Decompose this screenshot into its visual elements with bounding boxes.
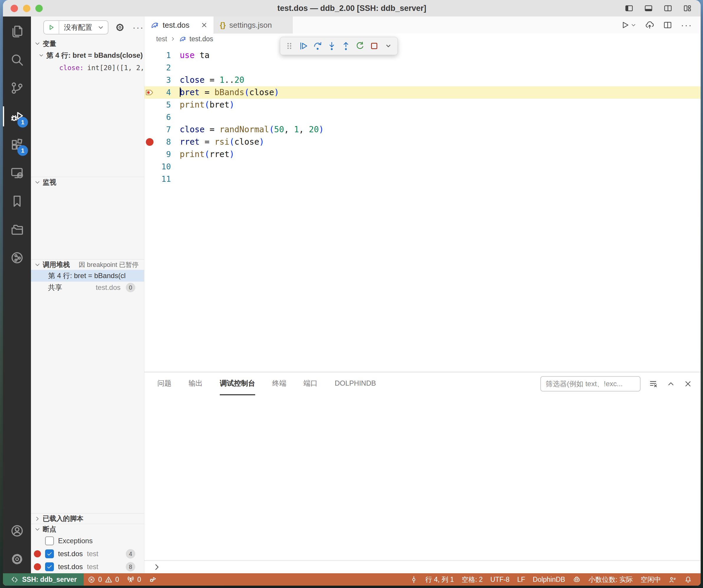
settings-gear-icon[interactable] <box>3 545 31 573</box>
search-icon[interactable] <box>3 46 31 74</box>
chevron-down-icon[interactable] <box>383 40 393 52</box>
debug-console-input[interactable] <box>144 560 701 573</box>
launch-config-dropdown[interactable]: 没有配置 <box>43 20 108 34</box>
bookmarks-icon[interactable] <box>3 187 31 215</box>
tab-problems[interactable]: 问题 <box>157 372 171 395</box>
gutter-space[interactable] <box>144 49 155 62</box>
variable-row[interactable]: close: int[20]([1, 2, … <box>31 62 144 74</box>
stack-frame-row[interactable]: 第 4 行: bret = bBands(cl <box>31 270 144 282</box>
stop-icon[interactable] <box>369 40 379 52</box>
step-out-icon[interactable] <box>341 40 351 52</box>
accounts-icon[interactable] <box>3 517 31 545</box>
close-panel-icon[interactable] <box>684 380 692 388</box>
code-line[interactable]: 8rret = rsi(close) <box>144 136 701 148</box>
watch-section-header[interactable]: 监视 <box>31 177 144 187</box>
close-tab-icon[interactable] <box>201 21 208 28</box>
loaded-scripts-section-header[interactable]: 已载入的脚本 <box>31 513 144 524</box>
tab-dolphindb[interactable]: DOLPHINDB <box>335 372 376 395</box>
problems-status[interactable]: 0 0 <box>84 576 123 584</box>
continue-icon[interactable] <box>299 40 309 52</box>
configure-gear-icon[interactable] <box>115 22 125 32</box>
tab-settings-json[interactable]: {} settings.json <box>214 16 293 33</box>
stack-session-row[interactable]: 共享 test.dos 0 <box>31 282 144 293</box>
notifications-bell-icon[interactable] <box>680 576 696 584</box>
gutter-space[interactable] <box>144 111 155 123</box>
restart-icon[interactable] <box>355 40 365 52</box>
gutter-space[interactable] <box>144 148 155 161</box>
remote-explorer-icon[interactable] <box>3 159 31 187</box>
tab-debug-console[interactable]: 调试控制台 <box>220 372 255 395</box>
minimize-window-button[interactable] <box>23 5 30 12</box>
code-line[interactable]: 3close = 1..20 <box>144 74 701 86</box>
indentation[interactable]: 空格: 2 <box>458 575 487 584</box>
clear-console-icon[interactable] <box>649 379 658 389</box>
console-filter-input[interactable] <box>540 376 640 392</box>
gutter-space[interactable] <box>144 123 155 136</box>
language-mode[interactable]: DolphinDB <box>529 576 569 584</box>
start-debug-icon[interactable] <box>44 21 59 34</box>
breakpoint-row[interactable]: test.dostest8 <box>31 560 144 573</box>
breakpoint-checkbox[interactable] <box>45 550 54 558</box>
maximize-panel-icon[interactable] <box>667 380 675 388</box>
variables-section-header[interactable]: 变量 <box>31 38 144 49</box>
copilot-icon[interactable] <box>569 576 584 584</box>
breadcrumb-file[interactable]: test.dos <box>189 35 213 43</box>
code-line[interactable]: 5print(bret) <box>144 99 701 111</box>
step-into-icon[interactable] <box>327 40 337 52</box>
commit-icon[interactable] <box>406 576 421 584</box>
gutter-space[interactable] <box>144 99 155 111</box>
current-frame-breakpoint-icon[interactable] <box>144 86 155 99</box>
decimal-places-setting[interactable]: 小数位数: 实际 <box>584 575 637 584</box>
step-over-icon[interactable] <box>313 40 323 52</box>
code-line[interactable]: 7close = randNormal(50, 1, 20) <box>144 123 701 136</box>
code-line[interactable]: 9print(rret) <box>144 148 701 161</box>
run-and-debug-icon[interactable]: 1 <box>3 102 31 131</box>
project-manager-icon[interactable] <box>3 215 31 244</box>
toggle-panel-icon[interactable] <box>644 4 653 13</box>
extensions-icon[interactable]: 1 <box>3 131 31 159</box>
split-editor-icon[interactable] <box>663 4 672 13</box>
more-actions-icon[interactable]: ··· <box>681 20 692 30</box>
exceptions-checkbox[interactable] <box>45 536 54 545</box>
debug-session-icon[interactable] <box>145 576 161 584</box>
code-line[interactable]: 10 <box>144 161 701 173</box>
gutter-space[interactable] <box>144 173 155 185</box>
tab-ports[interactable]: 端口 <box>304 372 318 395</box>
remote-indicator[interactable]: SSH: ddb_server <box>3 573 84 586</box>
code-line[interactable]: 2 <box>144 62 701 74</box>
breadcrumb[interactable]: test test.dos <box>144 33 701 44</box>
close-window-button[interactable] <box>11 5 18 12</box>
dolphindb-databases-icon[interactable] <box>3 244 31 272</box>
breadcrumb-folder[interactable]: test <box>156 35 167 43</box>
server-state[interactable]: 空闲中 <box>637 575 665 584</box>
eol-sequence[interactable]: LF <box>513 576 529 584</box>
explorer-icon[interactable] <box>3 17 31 46</box>
toolbar-grip-icon[interactable] <box>284 40 294 52</box>
breakpoint-icon[interactable] <box>144 136 155 148</box>
encoding[interactable]: UTF-8 <box>486 576 513 584</box>
breakpoint-checkbox[interactable] <box>45 562 54 571</box>
gutter-space[interactable] <box>144 161 155 173</box>
call-stack-section-header[interactable]: 调用堆栈 因 breakpoint 已暂停 <box>31 259 144 270</box>
debug-console-content[interactable] <box>144 395 701 560</box>
code-editor[interactable]: 1use ta23close = 1..204bret = bBands(clo… <box>144 44 701 372</box>
exceptions-row[interactable]: Exceptions <box>31 534 144 548</box>
code-line[interactable]: 11 <box>144 173 701 185</box>
run-file-icon[interactable] <box>621 21 636 29</box>
tab-terminal[interactable]: 终端 <box>272 372 286 395</box>
gutter-space[interactable] <box>144 74 155 86</box>
source-control-icon[interactable] <box>3 74 31 102</box>
code-line[interactable]: 6 <box>144 111 701 123</box>
feedback-icon[interactable] <box>665 576 680 584</box>
zoom-window-button[interactable] <box>35 5 43 12</box>
tab-test-dos[interactable]: test.dos <box>144 16 214 33</box>
more-actions-icon[interactable]: ··· <box>133 22 144 32</box>
cursor-position[interactable]: 行 4, 列 1 <box>421 575 458 584</box>
breakpoints-section-header[interactable]: 断点 <box>31 524 144 534</box>
gutter-space[interactable] <box>144 62 155 74</box>
ports-status[interactable]: 0 <box>123 576 145 584</box>
customize-layout-icon[interactable] <box>683 4 692 13</box>
tab-output[interactable]: 输出 <box>188 372 203 395</box>
breakpoint-row[interactable]: test.dostest4 <box>31 548 144 560</box>
toggle-sidebar-icon[interactable] <box>625 4 633 13</box>
